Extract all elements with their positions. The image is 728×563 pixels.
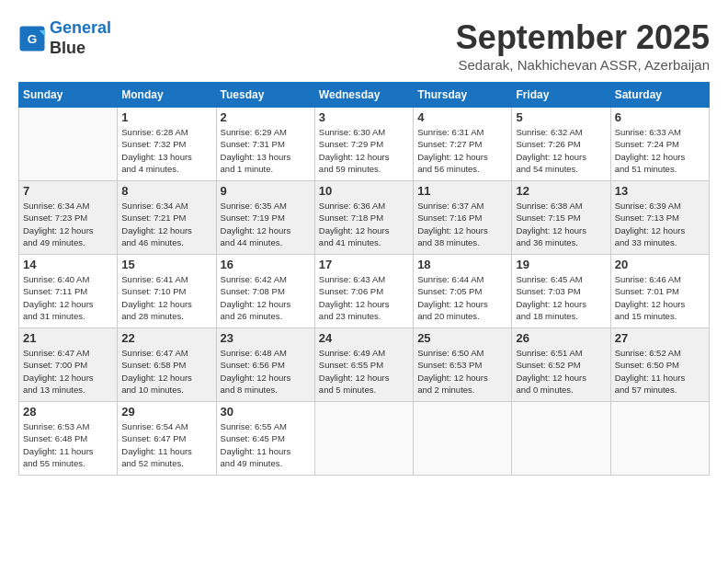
day-number: 9: [221, 184, 311, 198]
day-info: Sunrise: 6:35 AM Sunset: 7:19 PM Dayligh…: [221, 200, 311, 248]
calendar-cell: 1Sunrise: 6:28 AM Sunset: 7:32 PM Daylig…: [118, 108, 216, 181]
day-info: Sunrise: 6:37 AM Sunset: 7:16 PM Dayligh…: [417, 200, 507, 248]
day-number: 22: [121, 331, 211, 345]
calendar-cell: 9Sunrise: 6:35 AM Sunset: 7:19 PM Daylig…: [216, 181, 314, 255]
day-info: Sunrise: 6:50 AM Sunset: 6:53 PM Dayligh…: [417, 347, 507, 396]
calendar-cell: 10Sunrise: 6:36 AM Sunset: 7:18 PM Dayli…: [314, 181, 413, 255]
calendar-cell: 15Sunrise: 6:41 AM Sunset: 7:10 PM Dayli…: [118, 255, 216, 328]
calendar-cell: 3Sunrise: 6:30 AM Sunset: 7:29 PM Daylig…: [314, 108, 413, 181]
calendar-cell: 26Sunrise: 6:51 AM Sunset: 6:52 PM Dayli…: [512, 328, 610, 402]
day-info: Sunrise: 6:44 AM Sunset: 7:05 PM Dayligh…: [417, 273, 507, 322]
day-info: Sunrise: 6:42 AM Sunset: 7:08 PM Dayligh…: [221, 273, 311, 322]
day-info: Sunrise: 6:49 AM Sunset: 6:55 PM Dayligh…: [319, 347, 409, 396]
day-number: 6: [615, 110, 705, 124]
day-number: 18: [417, 258, 507, 271]
calendar-cell: 25Sunrise: 6:50 AM Sunset: 6:53 PM Dayli…: [414, 328, 512, 402]
day-number: 8: [121, 184, 211, 198]
day-number: 1: [121, 110, 211, 124]
day-info: Sunrise: 6:46 AM Sunset: 7:01 PM Dayligh…: [615, 273, 705, 322]
calendar-week-row: 21Sunrise: 6:47 AM Sunset: 7:00 PM Dayli…: [19, 328, 710, 402]
day-info: Sunrise: 6:45 AM Sunset: 7:03 PM Dayligh…: [516, 273, 606, 322]
day-info: Sunrise: 6:51 AM Sunset: 6:52 PM Dayligh…: [516, 347, 606, 396]
column-header-sunday: Sunday: [19, 83, 118, 108]
day-info: Sunrise: 6:48 AM Sunset: 6:56 PM Dayligh…: [221, 347, 311, 396]
calendar-cell: 13Sunrise: 6:39 AM Sunset: 7:13 PM Dayli…: [610, 181, 709, 255]
calendar-cell: 2Sunrise: 6:29 AM Sunset: 7:31 PM Daylig…: [216, 108, 314, 181]
calendar-cell: 24Sunrise: 6:49 AM Sunset: 6:55 PM Dayli…: [314, 328, 413, 402]
day-info: Sunrise: 6:40 AM Sunset: 7:11 PM Dayligh…: [23, 273, 113, 322]
day-info: Sunrise: 6:34 AM Sunset: 7:23 PM Dayligh…: [23, 200, 113, 248]
calendar-cell: 16Sunrise: 6:42 AM Sunset: 7:08 PM Dayli…: [216, 255, 314, 328]
day-number: 26: [516, 331, 606, 345]
title-area: September 2025 Sedarak, Nakhichevan ASSR…: [456, 18, 710, 73]
calendar-header-row: SundayMondayTuesdayWednesdayThursdayFrid…: [19, 83, 710, 108]
day-info: Sunrise: 6:28 AM Sunset: 7:32 PM Dayligh…: [121, 126, 211, 175]
day-info: Sunrise: 6:30 AM Sunset: 7:29 PM Dayligh…: [319, 126, 409, 175]
calendar-cell: 18Sunrise: 6:44 AM Sunset: 7:05 PM Dayli…: [414, 255, 512, 328]
day-number: 7: [23, 184, 113, 198]
column-header-tuesday: Tuesday: [216, 83, 314, 108]
day-info: Sunrise: 6:33 AM Sunset: 7:24 PM Dayligh…: [615, 126, 705, 175]
day-info: Sunrise: 6:34 AM Sunset: 7:21 PM Dayligh…: [121, 200, 211, 248]
day-number: 2: [221, 110, 311, 124]
calendar-cell: 12Sunrise: 6:38 AM Sunset: 7:15 PM Dayli…: [512, 181, 610, 255]
calendar-cell: [414, 402, 512, 476]
calendar-cell: [19, 108, 118, 181]
day-number: 4: [417, 110, 507, 124]
calendar-cell: 23Sunrise: 6:48 AM Sunset: 6:56 PM Dayli…: [216, 328, 314, 402]
calendar-cell: 4Sunrise: 6:31 AM Sunset: 7:27 PM Daylig…: [414, 108, 512, 181]
column-header-thursday: Thursday: [414, 83, 512, 108]
day-number: 12: [516, 184, 606, 198]
day-number: 3: [319, 110, 409, 124]
day-info: Sunrise: 6:54 AM Sunset: 6:47 PM Dayligh…: [121, 420, 211, 469]
calendar-cell: 20Sunrise: 6:46 AM Sunset: 7:01 PM Dayli…: [610, 255, 709, 328]
calendar-cell: 28Sunrise: 6:53 AM Sunset: 6:48 PM Dayli…: [19, 402, 118, 476]
svg-text:G: G: [28, 31, 38, 45]
calendar-cell: 8Sunrise: 6:34 AM Sunset: 7:21 PM Daylig…: [118, 181, 216, 255]
calendar-cell: 19Sunrise: 6:45 AM Sunset: 7:03 PM Dayli…: [512, 255, 610, 328]
day-number: 24: [319, 331, 409, 345]
calendar-cell: 27Sunrise: 6:52 AM Sunset: 6:50 PM Dayli…: [610, 328, 709, 402]
column-header-monday: Monday: [118, 83, 216, 108]
logo-text: General Blue: [50, 18, 111, 58]
day-info: Sunrise: 6:29 AM Sunset: 7:31 PM Dayligh…: [221, 126, 311, 175]
day-info: Sunrise: 6:53 AM Sunset: 6:48 PM Dayligh…: [23, 420, 113, 469]
day-info: Sunrise: 6:47 AM Sunset: 6:58 PM Dayligh…: [121, 347, 211, 396]
day-number: 28: [23, 405, 113, 419]
column-header-saturday: Saturday: [610, 83, 709, 108]
day-number: 10: [319, 184, 409, 198]
day-info: Sunrise: 6:39 AM Sunset: 7:13 PM Dayligh…: [615, 200, 705, 248]
day-number: 25: [417, 331, 507, 345]
calendar-week-row: 1Sunrise: 6:28 AM Sunset: 7:32 PM Daylig…: [19, 108, 710, 181]
day-info: Sunrise: 6:31 AM Sunset: 7:27 PM Dayligh…: [417, 126, 507, 175]
calendar-table: SundayMondayTuesdayWednesdayThursdayFrid…: [18, 82, 710, 476]
day-info: Sunrise: 6:47 AM Sunset: 7:00 PM Dayligh…: [23, 347, 113, 396]
calendar-cell: 5Sunrise: 6:32 AM Sunset: 7:26 PM Daylig…: [512, 108, 610, 181]
calendar-week-row: 14Sunrise: 6:40 AM Sunset: 7:11 PM Dayli…: [19, 255, 710, 328]
day-info: Sunrise: 6:36 AM Sunset: 7:18 PM Dayligh…: [319, 200, 409, 248]
calendar-cell: [512, 402, 610, 476]
calendar-cell: 22Sunrise: 6:47 AM Sunset: 6:58 PM Dayli…: [118, 328, 216, 402]
day-number: 17: [319, 258, 409, 271]
day-number: 20: [615, 258, 705, 271]
calendar-cell: 7Sunrise: 6:34 AM Sunset: 7:23 PM Daylig…: [19, 181, 118, 255]
day-number: 19: [516, 258, 606, 271]
calendar-cell: 14Sunrise: 6:40 AM Sunset: 7:11 PM Dayli…: [19, 255, 118, 328]
logo-icon: G: [18, 25, 46, 52]
calendar-week-row: 28Sunrise: 6:53 AM Sunset: 6:48 PM Dayli…: [19, 402, 710, 476]
day-info: Sunrise: 6:38 AM Sunset: 7:15 PM Dayligh…: [516, 200, 606, 248]
calendar-cell: 21Sunrise: 6:47 AM Sunset: 7:00 PM Dayli…: [19, 328, 118, 402]
logo: G General Blue: [18, 18, 111, 58]
day-info: Sunrise: 6:41 AM Sunset: 7:10 PM Dayligh…: [121, 273, 211, 322]
calendar-cell: 17Sunrise: 6:43 AM Sunset: 7:06 PM Dayli…: [314, 255, 413, 328]
day-number: 30: [221, 405, 311, 419]
calendar-cell: 11Sunrise: 6:37 AM Sunset: 7:16 PM Dayli…: [414, 181, 512, 255]
day-number: 13: [615, 184, 705, 198]
column-header-friday: Friday: [512, 83, 610, 108]
calendar-cell: 29Sunrise: 6:54 AM Sunset: 6:47 PM Dayli…: [118, 402, 216, 476]
header: G General Blue September 2025 Sedarak, N…: [18, 18, 710, 73]
day-info: Sunrise: 6:32 AM Sunset: 7:26 PM Dayligh…: [516, 126, 606, 175]
day-info: Sunrise: 6:43 AM Sunset: 7:06 PM Dayligh…: [319, 273, 409, 322]
day-number: 5: [516, 110, 606, 124]
day-number: 23: [221, 331, 311, 345]
